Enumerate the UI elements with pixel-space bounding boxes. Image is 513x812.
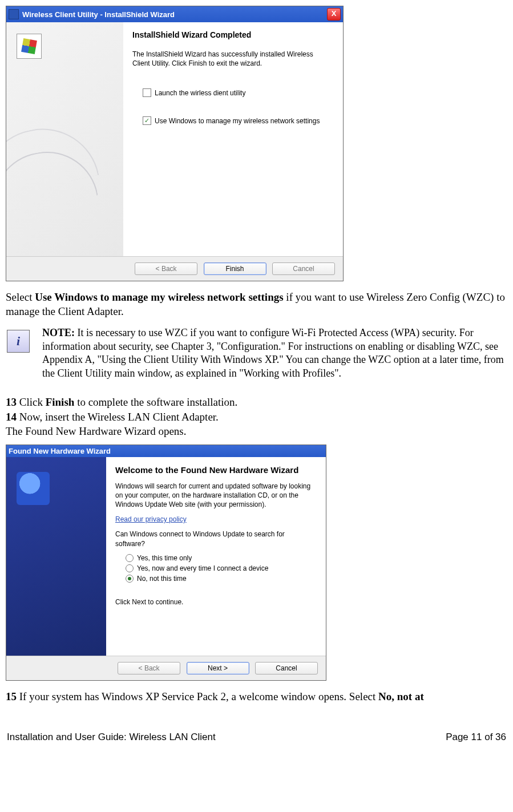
radio-label: No, not this time <box>137 575 187 583</box>
step-14: 14 Now, insert the Wireless LAN Client A… <box>6 410 507 425</box>
cancel-button: Cancel <box>272 262 335 275</box>
note-text: NOTE: It is necessary to use WZC if you … <box>42 326 507 380</box>
wizard-side-graphic <box>6 457 106 656</box>
titlebar: Found New Hardware Wizard <box>6 445 326 457</box>
window-icon <box>9 9 19 19</box>
radio-no[interactable]: No, not this time <box>126 575 316 583</box>
back-button: < Back <box>135 262 197 275</box>
checkbox-label: Use Windows to manage my wireless networ… <box>155 117 320 125</box>
radio-label: Yes, now and every time I connect a devi… <box>137 564 268 572</box>
finish-button[interactable]: Finish <box>204 262 266 275</box>
button-bar: < Back Finish Cancel <box>6 256 343 281</box>
next-button[interactable]: Next > <box>187 662 249 674</box>
wizard-heading: InstallShield Wizard Completed <box>132 30 330 39</box>
wizard-side-graphic <box>6 22 123 256</box>
note-block: i NOTE: It is necessary to use WZC if yo… <box>6 326 507 380</box>
radio-icon <box>126 564 134 572</box>
step-15: 15 If your system has Windows XP Service… <box>6 690 507 704</box>
radio-yes-once[interactable]: Yes, this time only <box>126 554 316 562</box>
titlebar: Wireless Client Utility - InstallShield … <box>6 6 343 22</box>
step-13: 13 Click Finish to complete the software… <box>6 395 507 410</box>
checkbox-use-windows-wzc[interactable]: Use Windows to manage my wireless networ… <box>143 116 330 125</box>
page-footer: Installation and User Guide: Wireless LA… <box>6 732 507 743</box>
continue-text: Click Next to continue. <box>115 597 316 607</box>
checkbox-launch-utility[interactable]: Launch the wirless dient utility <box>143 88 330 97</box>
step-14-followup: The Found New Hardware Wizard opens. <box>6 424 507 439</box>
button-bar: < Back Next > Cancel <box>6 656 326 680</box>
window-title: Found New Hardware Wizard <box>9 447 111 455</box>
wizard-question: Can Windows connect to Windows Update to… <box>115 530 316 548</box>
radio-icon <box>126 554 134 562</box>
radio-label: Yes, this time only <box>137 554 192 562</box>
instruction-select-wzc: Select Use Windows to manage my wireless… <box>6 290 507 318</box>
radio-selected-icon <box>126 575 134 583</box>
wizard-body-text: Windows will search for current and upda… <box>115 482 316 510</box>
installer-logo-icon <box>17 34 42 59</box>
checkbox-checked-icon <box>143 116 151 125</box>
checkbox-label: Launch the wirless dient utility <box>155 89 245 97</box>
privacy-link[interactable]: Read our privacy policy <box>115 515 187 523</box>
close-icon[interactable]: X <box>327 8 341 21</box>
checkbox-icon <box>143 88 151 97</box>
installshield-wizard-window: Wireless Client Utility - InstallShield … <box>6 6 344 281</box>
info-icon: i <box>7 330 30 353</box>
footer-page: Page 11 of 36 <box>446 732 506 743</box>
footer-title: Installation and User Guide: Wireless LA… <box>7 732 216 743</box>
wizard-body-text: The InstallShield Wizard has successfull… <box>132 50 330 68</box>
back-button: < Back <box>118 662 180 674</box>
wizard-heading: Welcome to the Found New Hardware Wizard <box>115 465 316 476</box>
radio-yes-always[interactable]: Yes, now and every time I connect a devi… <box>126 564 316 572</box>
cancel-button[interactable]: Cancel <box>255 662 318 674</box>
found-new-hardware-window: Found New Hardware Wizard Welcome to the… <box>6 445 326 681</box>
window-title: Wireless Client Utility - InstallShield … <box>22 10 175 19</box>
